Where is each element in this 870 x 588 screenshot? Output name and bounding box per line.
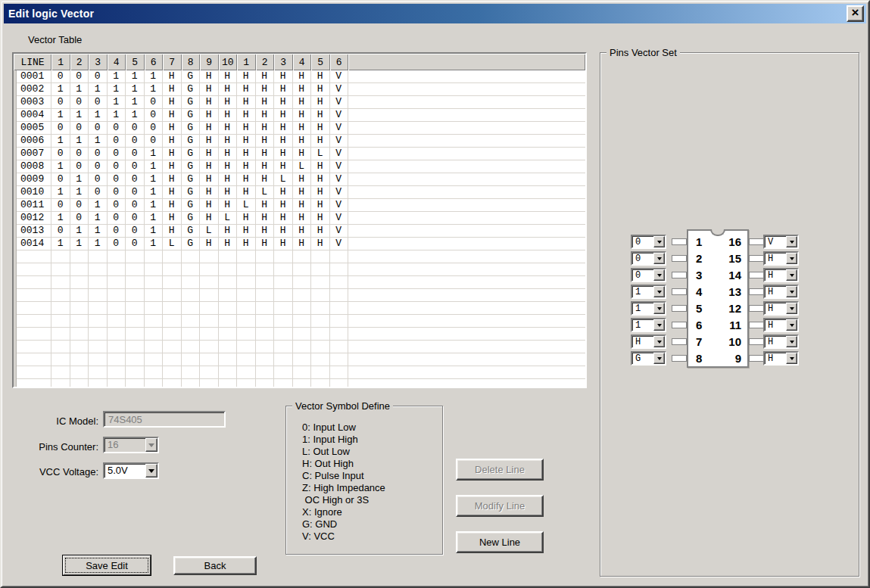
pin-5-select[interactable]: 1 bbox=[631, 301, 666, 316]
chevron-down-icon[interactable] bbox=[786, 253, 797, 264]
vector-cell: H bbox=[163, 96, 182, 109]
chip-pin-number: 12 bbox=[728, 301, 741, 316]
vector-cell bbox=[51, 302, 70, 315]
column-header-6[interactable]: 6 bbox=[145, 54, 164, 70]
pin-11-select[interactable]: H bbox=[763, 318, 799, 332]
vector-cell bbox=[163, 379, 182, 388]
back-button[interactable]: Back bbox=[173, 556, 257, 575]
pin-7-select[interactable]: H bbox=[631, 334, 666, 349]
window-title: Edit logic Vector bbox=[4, 8, 94, 20]
pin-16-select[interactable]: V bbox=[763, 235, 799, 249]
close-button[interactable]: × bbox=[847, 5, 864, 22]
column-header-7[interactable]: 7 bbox=[163, 54, 182, 70]
chip-pin-number: 7 bbox=[696, 334, 702, 349]
vcc-voltage-select[interactable]: 5.0V bbox=[103, 462, 159, 479]
table-row[interactable]: 0002111111HGHHHHHHHV bbox=[14, 83, 585, 96]
pin-9-select[interactable]: H bbox=[763, 351, 799, 366]
column-header-2[interactable]: 2 bbox=[70, 54, 89, 70]
table-row[interactable]: 0007000001HGHHHHHHLV bbox=[14, 148, 585, 160]
new-line-button[interactable]: New Line bbox=[456, 531, 544, 553]
vector-cell bbox=[145, 379, 164, 388]
table-row-empty bbox=[14, 315, 585, 328]
table-row[interactable]: 0003000110HGHHHHHHHV bbox=[14, 96, 585, 109]
chip-pin-number: 11 bbox=[729, 318, 741, 332]
chevron-down-icon[interactable] bbox=[653, 253, 665, 264]
pin-13-select[interactable]: H bbox=[763, 285, 799, 299]
vector-cell: V bbox=[330, 109, 349, 122]
column-header-9[interactable]: 9 bbox=[200, 54, 219, 70]
pin-4-select[interactable]: 1 bbox=[631, 285, 666, 299]
column-header-12[interactable]: 2 bbox=[256, 54, 275, 70]
pin-8-select[interactable]: G bbox=[631, 351, 666, 366]
title-bar[interactable]: Edit logic Vector × bbox=[4, 4, 866, 23]
pin-1-select[interactable]: 0 bbox=[631, 235, 666, 249]
chevron-down-icon[interactable] bbox=[786, 269, 797, 281]
column-header-14[interactable]: 4 bbox=[293, 54, 312, 70]
column-header-8[interactable]: 8 bbox=[182, 54, 201, 70]
save-edit-button[interactable]: Save Edit bbox=[62, 555, 151, 576]
chevron-down-icon[interactable] bbox=[786, 336, 797, 347]
vector-cell: G bbox=[182, 212, 201, 225]
column-header-16[interactable]: 6 bbox=[330, 54, 349, 70]
pin-12-select[interactable]: H bbox=[763, 301, 799, 316]
column-header-5[interactable]: 5 bbox=[126, 54, 145, 70]
chevron-down-icon[interactable] bbox=[653, 353, 665, 364]
vector-cell: H bbox=[293, 225, 312, 238]
column-header-line[interactable]: LINE bbox=[14, 54, 51, 70]
vector-table-grid[interactable]: LINE12345678910123456 0001000111HGHHHHHH… bbox=[12, 52, 587, 388]
vector-cell: 0 bbox=[89, 70, 108, 83]
chevron-down-icon[interactable] bbox=[786, 303, 797, 314]
symbol-define-item: 0: Input Low bbox=[302, 422, 385, 434]
pin-2-select[interactable]: 0 bbox=[631, 251, 666, 266]
table-row[interactable]: 0011001001HGHHLHHHHV bbox=[14, 199, 585, 212]
vector-cell: 0 bbox=[70, 148, 89, 160]
table-row[interactable]: 0005000000HGHHHHHHHV bbox=[14, 122, 585, 135]
table-row[interactable]: 0006111000HGHHHHHHHV bbox=[14, 135, 585, 148]
vector-cell bbox=[311, 315, 330, 328]
table-row[interactable]: 0008100001HGHHHHHLHV bbox=[14, 160, 585, 173]
pin-6-select[interactable]: 1 bbox=[631, 318, 666, 332]
chevron-down-icon[interactable] bbox=[786, 286, 797, 297]
column-header-4[interactable]: 4 bbox=[108, 54, 126, 70]
table-row[interactable]: 0010110001HGHHHLHHHV bbox=[14, 186, 585, 199]
chevron-down-icon[interactable] bbox=[653, 236, 665, 247]
column-header-13[interactable]: 3 bbox=[274, 54, 293, 70]
vector-cell: H bbox=[274, 135, 293, 148]
vector-cell: H bbox=[293, 135, 312, 148]
table-row[interactable]: 0012101001HGHLHHHHHV bbox=[14, 212, 585, 225]
row-filler bbox=[348, 212, 585, 225]
chip-pin-lead bbox=[672, 322, 687, 328]
chevron-down-icon[interactable] bbox=[786, 236, 797, 247]
chevron-down-icon[interactable] bbox=[653, 319, 665, 331]
table-row[interactable]: 0001000111HGHHHHHHHV bbox=[14, 70, 585, 83]
vector-cell: 0 bbox=[126, 225, 145, 238]
vector-cell: 0 bbox=[126, 238, 145, 250]
vector-cell: H bbox=[163, 186, 182, 199]
chevron-down-icon[interactable] bbox=[145, 464, 157, 478]
chevron-down-icon[interactable] bbox=[653, 303, 665, 314]
table-row[interactable]: 0013011001HGLHHHHHHV bbox=[14, 225, 585, 238]
table-row[interactable]: 0014111001LGHHHHHHHV bbox=[14, 238, 585, 250]
chevron-down-icon[interactable] bbox=[653, 269, 665, 281]
chevron-down-icon[interactable] bbox=[653, 286, 665, 297]
pin-3-select[interactable]: 0 bbox=[631, 268, 666, 282]
table-row[interactable]: 0009010001HGHHHHLHHV bbox=[14, 173, 585, 186]
chevron-down-icon[interactable] bbox=[653, 336, 665, 347]
pin-10-select[interactable]: H bbox=[763, 334, 799, 349]
vector-cell: V bbox=[330, 122, 349, 135]
vector-cell: 0 bbox=[126, 122, 145, 135]
pin-15-select[interactable]: H bbox=[763, 251, 799, 266]
pin-14-select[interactable]: H bbox=[763, 268, 799, 282]
vector-cell: V bbox=[330, 160, 349, 173]
table-row[interactable]: 0004111110HGHHHHHHHV bbox=[14, 109, 585, 122]
column-header-3[interactable]: 3 bbox=[89, 54, 108, 70]
column-header-10[interactable]: 10 bbox=[219, 54, 238, 70]
chevron-down-icon[interactable] bbox=[786, 353, 797, 364]
pin-3-value: 0 bbox=[632, 269, 653, 282]
vector-cell bbox=[200, 366, 219, 379]
column-header-15[interactable]: 5 bbox=[311, 54, 330, 70]
vector-cell: 1 bbox=[70, 186, 89, 199]
column-header-11[interactable]: 1 bbox=[237, 54, 256, 70]
column-header-1[interactable]: 1 bbox=[51, 54, 70, 70]
chevron-down-icon[interactable] bbox=[786, 319, 797, 331]
